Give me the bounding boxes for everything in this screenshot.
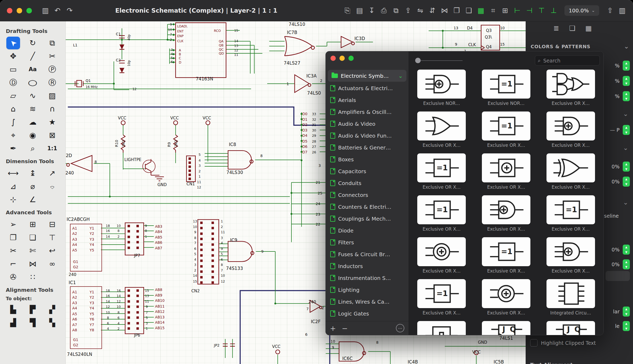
pan-tool[interactable]: ✥ — [3, 50, 23, 63]
symbol-tile[interactable]: Exclusive NOR… — [409, 70, 474, 111]
category-lighting[interactable]: Lighting — [326, 284, 409, 296]
dim-radius-tool[interactable]: ⌔ — [42, 180, 62, 193]
transform-tool[interactable]: ⧉ — [42, 36, 62, 50]
magnifier-tool[interactable]: ⌕ — [23, 142, 42, 155]
symbol-tile[interactable]: Exclusive OR X… — [538, 111, 603, 153]
chevron-down-icon[interactable]: ⌄ — [623, 145, 628, 151]
dim-horizontal-tool[interactable]: ⟷ — [3, 167, 23, 180]
dim-right-icon[interactable]: ⊣ — [523, 0, 535, 21]
freehand-tool[interactable]: ∫ — [3, 115, 23, 129]
symbol-tile[interactable]: Exclusive OR X… — [474, 195, 539, 237]
sidebar-toggle-icon[interactable]: ▥ — [39, 0, 51, 21]
dim-angle2-tool[interactable]: ∠ — [23, 193, 42, 206]
zoom-button[interactable] — [348, 56, 354, 61]
stepper-icon[interactable] — [623, 76, 630, 86]
select-plus-tool[interactable]: ➢ — [3, 218, 23, 231]
hatch-tool[interactable]: ▨ — [42, 89, 62, 102]
flip-vertical-icon[interactable]: ⇵ — [426, 0, 438, 21]
points-tool[interactable]: ∷ — [23, 270, 42, 284]
link-tool[interactable]: ∞ — [42, 257, 62, 270]
flip-horizontal-icon[interactable]: ⇋ — [414, 0, 426, 21]
dim-top-icon[interactable]: ⊤ — [535, 0, 548, 21]
paste-style-icon[interactable]: ❏ — [463, 0, 475, 21]
insert-left-tool[interactable]: ⊞ — [23, 218, 42, 231]
symbol-tile[interactable]: =1Exclusive NOR… — [474, 70, 539, 111]
dim-angle-tool[interactable]: ⊿ — [3, 180, 23, 193]
disc-tool[interactable]: Ⓓ — [3, 76, 23, 89]
stepper-icon[interactable] — [623, 321, 630, 331]
category-diode[interactable]: Diode — [326, 225, 409, 236]
ellipse-tool[interactable]: ○ — [23, 76, 42, 89]
stepper-icon[interactable] — [623, 259, 630, 269]
category-logic-gates[interactable]: Logic Gates — [326, 308, 409, 319]
stepper-icon[interactable] — [623, 177, 630, 187]
crossbox-tool[interactable]: ⊠ — [42, 129, 62, 142]
zoom-button[interactable] — [26, 8, 32, 13]
search-input[interactable] — [543, 57, 591, 64]
align-center-tool[interactable]: ▚ — [42, 316, 62, 329]
paragraph-tool[interactable]: Ⓟ — [42, 63, 62, 76]
more-options-button[interactable]: ⋯ — [396, 324, 404, 332]
category-couplings-mech[interactable]: Couplings & Mech… — [326, 213, 409, 225]
symbol-tile[interactable]: Exclusive OR X… — [538, 70, 603, 111]
group-tool[interactable]: ✇ — [3, 270, 23, 284]
category-aerials[interactable]: Aerials — [326, 94, 409, 106]
folder-icon[interactable]: ▤ — [353, 0, 366, 21]
grid-icon[interactable]: ▦ — [475, 0, 487, 21]
symbol-tile[interactable]: Exclusive OR X… — [538, 237, 603, 279]
remove-button[interactable]: − — [342, 325, 348, 332]
category-actuators-electri[interactable]: Actuators & Electri… — [326, 82, 409, 94]
close-button[interactable] — [330, 56, 336, 61]
mirror-tool[interactable]: ⋈ — [23, 257, 42, 270]
blob-tool[interactable]: ☁ — [23, 115, 42, 129]
stepper-icon[interactable] — [623, 245, 630, 255]
category-electronic-symbols[interactable]: Electronic Symb… ⌄ — [328, 70, 406, 82]
add-button[interactable]: + — [330, 325, 336, 332]
one-to-one-tool[interactable]: 1:1 — [42, 142, 62, 155]
eyedropper-tool[interactable]: ✒ — [3, 142, 23, 155]
symbol-tile[interactable]: =1Exclusive OR X… — [409, 279, 474, 321]
round-rect-tool[interactable]: Ⓡ — [42, 76, 62, 89]
chevron-down-icon[interactable]: ⌄ — [623, 111, 628, 117]
symbol-tile[interactable]: =1Exclusive OR X… — [409, 153, 474, 195]
star-tool[interactable]: ★ — [42, 115, 62, 129]
cut-tool[interactable]: ✂ — [3, 244, 23, 257]
copy-front-tool[interactable]: ❐ — [3, 231, 23, 244]
text-tool[interactable]: Aa — [23, 63, 42, 76]
symbol-tile[interactable]: =1Exclusive OR X… — [409, 195, 474, 237]
stepper-icon[interactable] — [623, 125, 630, 135]
symbol-tile[interactable]: =1Exclusive OR X… — [538, 195, 603, 237]
dim-diagonal-tool[interactable]: ↗ — [42, 167, 62, 180]
category-lines-wires-ca[interactable]: Lines, Wires & Ca… — [326, 296, 409, 308]
layers-icon[interactable]: ❏ — [569, 24, 575, 32]
curve-tool[interactable]: ∩ — [42, 102, 62, 115]
stepper-icon[interactable] — [623, 307, 630, 317]
spline-tool[interactable]: ≋ — [23, 102, 42, 115]
knife-tool[interactable]: ✂ — [42, 50, 62, 63]
color-well-button[interactable] — [606, 271, 630, 281]
colors-patterns-section[interactable]: COLORS & PATTERNS ⌄ — [531, 43, 629, 50]
dim-diameter-tool[interactable]: ⌀ — [23, 180, 42, 193]
download-icon[interactable]: ↧ — [366, 0, 378, 21]
stamp-tool[interactable]: ◉ — [23, 129, 42, 142]
category-capacitors[interactable]: Capacitors — [326, 165, 409, 177]
dim-bottom-icon[interactable]: ⊥ — [548, 0, 560, 21]
symbol-tile[interactable]: Exclusive OR X… — [538, 153, 603, 195]
category-connectors[interactable]: Connectors — [326, 189, 409, 201]
minimize-button[interactable] — [339, 56, 345, 61]
minimize-button[interactable] — [17, 8, 22, 13]
duplicate-icon[interactable]: ⧉ — [390, 0, 402, 21]
stepper-icon[interactable] — [623, 61, 630, 71]
symbol-tile[interactable]: Exclusive OR X… — [409, 111, 474, 153]
adjust-sliders-icon[interactable]: ≣ — [553, 24, 559, 32]
align-right-tool[interactable]: ▜ — [23, 316, 42, 329]
align-grid-tool[interactable]: ▞ — [42, 303, 62, 316]
category-counters-electri[interactable]: Counters & Electri… — [326, 201, 409, 213]
share-icon[interactable]: ⇧ — [604, 0, 616, 21]
category-boxes[interactable]: Boxes — [326, 153, 409, 165]
corner-tool[interactable]: ⌐ — [3, 257, 23, 270]
multi-cut-tool[interactable]: ✄ — [23, 244, 42, 257]
polygon-tool[interactable]: ▱ — [3, 89, 23, 102]
align-left-tool[interactable]: ▙ — [3, 303, 23, 316]
symbol-tile[interactable] — [409, 321, 474, 335]
